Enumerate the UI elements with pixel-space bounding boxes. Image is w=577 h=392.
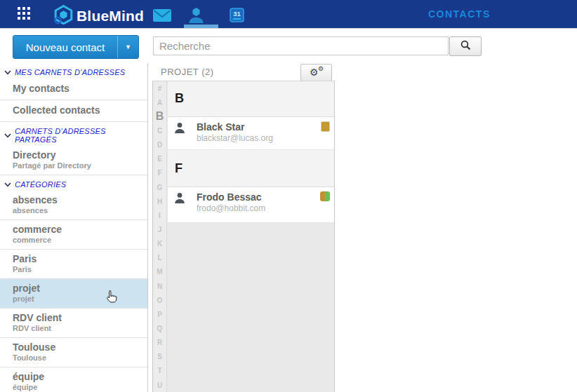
top-bar: BlueMind 31 CONTACTS xyxy=(0,0,577,29)
alphabet-letter-active[interactable]: B xyxy=(153,109,166,123)
sidebar-item-title: RDV client xyxy=(13,312,147,324)
sidebar-item-rdv-client[interactable]: RDV client RDV client xyxy=(0,309,147,338)
sidebar-item-directory[interactable]: Directory Partagé par Directory xyxy=(0,146,147,175)
alphabet-letter[interactable]: E xyxy=(153,152,166,166)
panel-title: PROJET (2) xyxy=(161,67,214,77)
tab-mail[interactable] xyxy=(153,9,171,25)
sidebar-item-title: Paris xyxy=(13,253,147,265)
mail-icon xyxy=(153,12,171,24)
contact-name: Black Star xyxy=(197,121,244,133)
gear-icon: ⚙ xyxy=(318,65,324,72)
alphabet-letter[interactable]: G xyxy=(153,180,166,194)
contacts-person-icon xyxy=(187,13,205,25)
sidebar-item-subtitle: Toulouse xyxy=(13,353,147,363)
person-icon xyxy=(174,122,185,137)
alphabet-letter[interactable]: T xyxy=(153,364,166,378)
settings-button[interactable]: ⚙ ⚙ xyxy=(300,64,332,81)
alphabet-letter[interactable]: D xyxy=(153,138,166,152)
contact-row-frodo-bessac[interactable]: Frodo Bessac frodo@hobbit.com xyxy=(168,187,334,223)
contact-email: frodo@hobbit.com xyxy=(197,203,265,213)
sidebar-section-label: MES CARNETS D’ADRESSES xyxy=(15,68,125,76)
alphabet-letter[interactable]: # xyxy=(153,81,166,95)
category-badges xyxy=(320,191,330,201)
sidebar-item-my-contacts[interactable]: My contacts xyxy=(0,79,147,100)
sidebar-item-title: équipe xyxy=(13,371,147,383)
bluemind-logo[interactable]: BlueMind xyxy=(54,5,144,27)
alphabet-letter[interactable]: Q xyxy=(153,321,166,335)
alphabet-letter[interactable]: F xyxy=(153,166,166,180)
sidebar-item-projet[interactable]: projet projet xyxy=(0,279,147,309)
app-grid-icon[interactable] xyxy=(18,7,30,20)
bluemind-logo-text: BlueMind xyxy=(77,8,144,25)
sidebar-item-subtitle: RDV client xyxy=(13,324,147,333)
sidebar-item-subtitle: Paris xyxy=(13,265,147,274)
alphabet-letter[interactable]: S xyxy=(153,350,166,364)
contact-email: blackstar@lucas.org xyxy=(197,133,273,143)
sidebar-item-title: Toulouse xyxy=(13,342,147,353)
alphabet-letter[interactable]: I xyxy=(153,208,166,222)
group-header-b: B xyxy=(168,81,334,117)
sidebar-section-my-addressbooks[interactable]: MES CARNETS D’ADRESSES xyxy=(0,63,147,79)
contact-rows: B Black Star blackstar@lucas.org F xyxy=(168,81,334,223)
alphabet-letter[interactable]: N xyxy=(153,279,166,293)
tab-contacts[interactable] xyxy=(187,7,205,26)
alphabet-letter[interactable]: R xyxy=(153,336,166,350)
bluemind-hexagon-icon xyxy=(54,5,73,27)
alphabet-letter[interactable]: C xyxy=(153,123,166,137)
category-badge xyxy=(320,191,325,201)
sidebar-item-title: Directory xyxy=(13,149,147,161)
group-header-f: F xyxy=(168,150,334,187)
alphabet-letter[interactable]: K xyxy=(153,237,166,251)
sidebar-item-paris[interactable]: Paris Paris xyxy=(0,250,147,279)
chevron-down-icon xyxy=(4,70,11,75)
sidebar-item-title: absences xyxy=(13,194,147,206)
person-icon xyxy=(174,192,185,207)
sidebar: MES CARNETS D’ADRESSES My contacts Colle… xyxy=(0,63,148,392)
alphabet-letter[interactable]: J xyxy=(153,222,166,236)
sidebar-item-equipe[interactable]: équipe équipe xyxy=(0,367,147,392)
sidebar-item-title: My contacts xyxy=(13,83,147,95)
chevron-down-icon xyxy=(4,182,11,187)
sidebar-section-shared-addressbooks[interactable]: CARNETS D’ADRESSES PARTAGÉS xyxy=(0,122,147,146)
alphabet-letter[interactable]: H xyxy=(153,194,166,208)
svg-text:31: 31 xyxy=(233,10,241,18)
group-letter: B xyxy=(168,81,334,106)
alphabet-letter[interactable]: P xyxy=(153,307,166,321)
sidebar-item-subtitle: Partagé par Directory xyxy=(13,161,147,170)
sidebar-item-toulouse[interactable]: Toulouse Toulouse xyxy=(0,338,147,367)
tab-calendar[interactable]: 31 xyxy=(230,8,244,25)
new-contact-label: Nouveau contact xyxy=(13,41,117,53)
alphabet-letter[interactable]: U xyxy=(153,378,166,392)
sidebar-item-subtitle: absences xyxy=(13,206,147,215)
module-title: CONTACTS xyxy=(428,0,491,29)
group-letter: F xyxy=(168,150,334,176)
new-contact-button[interactable]: Nouveau contact ▼ xyxy=(13,35,139,59)
chevron-down-icon xyxy=(4,133,11,138)
sidebar-item-collected-contacts[interactable]: Collected contacts xyxy=(0,100,147,122)
sidebar-item-absences[interactable]: absences absences xyxy=(0,191,147,220)
search-button[interactable] xyxy=(449,36,482,56)
category-badges xyxy=(321,121,330,132)
sidebar-section-categories[interactable]: CATÉGORIES xyxy=(0,175,147,191)
sidebar-item-title: commerce xyxy=(13,224,147,236)
sidebar-item-title: Collected contacts xyxy=(13,104,147,116)
calendar-icon: 31 xyxy=(230,13,244,25)
contact-list-panel: # A B C D E F G H I J K L M N O P Q R S … xyxy=(152,81,335,392)
sidebar-section-label: CARNETS D’ADRESSES PARTAGÉS xyxy=(15,127,147,144)
search-input[interactable] xyxy=(153,36,449,55)
category-badge xyxy=(321,121,330,132)
sidebar-item-commerce[interactable]: commerce commerce xyxy=(0,220,147,250)
contact-name: Frodo Bessac xyxy=(197,191,262,203)
contact-row-black-star[interactable]: Black Star blackstar@lucas.org xyxy=(168,117,334,150)
sidebar-item-subtitle: projet xyxy=(13,295,147,304)
search-icon xyxy=(460,40,471,53)
alphabet-letter[interactable]: L xyxy=(153,251,166,265)
alphabet-letter[interactable]: O xyxy=(153,293,166,307)
new-contact-dropdown-arrow-icon[interactable]: ▼ xyxy=(117,36,138,58)
alphabet-letter[interactable]: A xyxy=(153,95,166,109)
gear-icon: ⚙ xyxy=(310,67,319,78)
active-tab-underline xyxy=(184,25,218,28)
category-badge xyxy=(325,191,330,201)
alphabet-letter[interactable]: M xyxy=(153,265,166,279)
sidebar-section-label: CATÉGORIES xyxy=(15,180,66,189)
